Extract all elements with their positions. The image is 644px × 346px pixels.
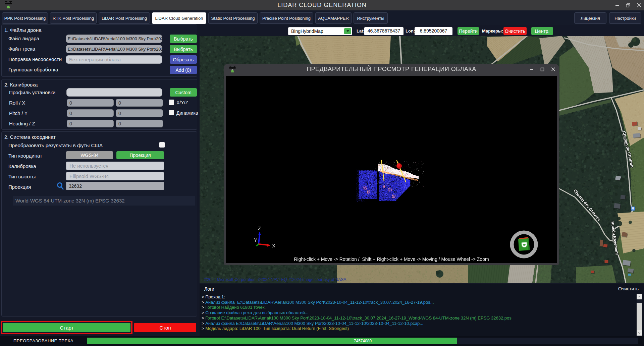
xyz-label: X/Y/Z <box>176 100 188 105</box>
log-line: > Готово! Найдено 61801 точек. <box>202 305 631 310</box>
track-file-input[interactable]: E:\Datasets\LiDAR\Aerial\100 M300 Sky Po… <box>66 45 162 53</box>
roll-input-1[interactable]: 0 <box>67 99 114 107</box>
misalignment-label: Поправка несоосности <box>8 56 62 62</box>
track-file-select-button[interactable]: Выбрать <box>170 45 197 53</box>
viewport-controls-hint: Right-click + Move -> Rotation / Shift +… <box>226 256 557 262</box>
batch-label: Групповая обработка <box>8 67 58 72</box>
center-map-button[interactable]: Центр. <box>531 27 553 35</box>
height-type-input[interactable]: Ellipsoid WGS-84 <box>66 172 164 180</box>
preview-modal-titlebar[interactable]: ПРЕДВАРИТЕЛЬНЫЙ ПРОСМОТР ГЕНЕРАЦИИ ОБЛАК… <box>224 64 559 74</box>
clear-markers-button[interactable]: Очистить <box>503 27 527 35</box>
heading-input-2[interactable]: 0 <box>116 120 163 127</box>
log-line: > Модель лидара: LiDAR 100 Тип возврата:… <box>202 326 631 331</box>
batch-add-button[interactable]: Add (0) <box>170 66 197 74</box>
lon-label: Lon: <box>406 27 415 35</box>
status-label: ПРЕОБРАЗОВАНИЕ ТРЕКА <box>13 336 73 346</box>
dynamics-checkbox[interactable] <box>169 110 174 115</box>
stop-button[interactable]: Стоп <box>134 323 196 332</box>
lat-input[interactable]: 46.3678678437 <box>364 27 404 35</box>
heading-label: Heading / Z <box>9 121 35 126</box>
lidar-file-label: Файл лидара <box>8 36 39 41</box>
log-line: > Проход 1: <box>202 294 631 300</box>
pitch-label: Pitch / Y <box>9 110 28 116</box>
epsg-list-item[interactable]: World-WGS 84-UTM-zone 32N (m) EPSG 32632 <box>13 196 195 206</box>
custom-profile-button[interactable]: Custom <box>170 88 197 97</box>
section-drone-files: 1. Файлы дрона Файл лидара E:\Datasets\L… <box>1 24 197 77</box>
tab-ppk-post-processing[interactable]: PPK Post Processing <box>2 12 48 24</box>
tab-rtk-post-processing[interactable]: RTK Post Processing <box>50 12 97 24</box>
misalignment-input[interactable]: Без генерации облака <box>66 55 162 64</box>
logs-clear-button[interactable]: Очистить <box>618 286 642 291</box>
status-bar: ПРЕОБРАЗОВАНИЕ ТРЕКА 74574080 <box>0 336 644 346</box>
preview-modal: ПРЕДВАРИТЕЛЬНЫЙ ПРОСМОТР ГЕНЕРАЦИИ ОБЛАК… <box>224 64 559 265</box>
roll-input-2[interactable]: 0 <box>116 99 163 107</box>
scrollbar-thumb[interactable] <box>637 303 642 330</box>
pitch-input-1[interactable]: 0 <box>67 109 114 117</box>
tab-lidar-post-processing[interactable]: LiDAR Post Processing <box>99 12 150 24</box>
roll-label: Roll / X <box>9 100 25 106</box>
close-icon <box>551 67 555 71</box>
preview-modal-title: ПРЕДВАРИТЕЛЬНЫЙ ПРОСМОТР ГЕНЕРАЦИИ ОБЛАК… <box>224 64 559 74</box>
projection-epsg-input[interactable]: 32632 <box>66 182 164 190</box>
license-button[interactable]: Лицензия <box>574 12 606 24</box>
start-button[interactable]: Старт <box>3 323 130 332</box>
start-button-highlight: Старт <box>1 321 132 334</box>
settings-button[interactable]: Настройки <box>609 12 641 24</box>
window-close-button[interactable] <box>634 0 644 10</box>
tab-bar: PPK Post Processing RTK Post Processing … <box>0 10 644 25</box>
feet-conversion-label: Преобразовать результаты в футы США <box>8 142 103 148</box>
preview-3d-viewport[interactable]: Right-click + Move -> Rotation / Shift +… <box>226 76 557 263</box>
logs-scrollbar[interactable] <box>637 294 642 336</box>
markers-label: Маркеры: <box>482 27 503 35</box>
chevron-down-icon <box>346 30 349 32</box>
log-line: > Анализ файла E:\Datasets\LiDAR\Aerial\… <box>202 321 631 326</box>
section-drone-files-title: 1. Файлы дрона <box>4 27 42 33</box>
progress-value: 74574080 <box>87 338 638 344</box>
chevron-down-icon <box>638 332 641 334</box>
point-cloud-render <box>226 76 557 263</box>
log-line: > Анализ файла E:\Datasets\LiDAR\Aerial\… <box>202 300 631 305</box>
logs-title: Логи <box>204 286 214 292</box>
track-file-label: Файл трека <box>8 46 35 52</box>
restore-icon <box>626 3 630 7</box>
profile-input[interactable] <box>66 88 162 97</box>
coord-calibration-input[interactable]: Не используется <box>66 162 164 170</box>
progress-bar: 74574080 <box>87 338 638 344</box>
tab-instruments[interactable]: Инструменты <box>354 12 388 24</box>
lat-label: Lat: <box>357 27 365 35</box>
lidar-file-select-button[interactable]: Выбрать <box>170 35 197 43</box>
tab-precise-point-positioning[interactable]: Precise Point Positioning <box>260 12 313 24</box>
feet-conversion-checkbox[interactable] <box>159 142 165 148</box>
scrollbar-up-button[interactable] <box>637 294 642 299</box>
section-calibration: 2. Калибровка Профиль установки Custom R… <box>1 79 197 130</box>
minimize-icon <box>615 3 619 7</box>
pitch-input-2[interactable]: 0 <box>116 109 163 117</box>
xyz-checkbox[interactable] <box>169 100 174 105</box>
modal-close-button[interactable] <box>549 64 557 74</box>
chevron-up-icon <box>638 295 641 298</box>
window-minimize-button[interactable] <box>612 0 622 10</box>
window-restore-button[interactable] <box>623 0 633 10</box>
search-icon[interactable] <box>56 182 64 190</box>
map-provider-select[interactable]: BingHybridMap <box>288 27 352 35</box>
lidar-file-input[interactable]: E:\Datasets\LiDAR\Aerial\100 M300 Sky Po… <box>66 35 162 43</box>
section-calibration-title: 2. Калибровка <box>4 82 38 88</box>
tab-static-post-processing[interactable]: Static Post Processing <box>208 12 258 24</box>
modal-maximize-button[interactable] <box>538 64 547 74</box>
projection-label: Проекция <box>8 184 31 190</box>
height-type-label: Тип высоты <box>8 174 36 179</box>
wgs84-toggle-button[interactable]: WGS-84 <box>66 151 113 159</box>
tab-aquamapper[interactable]: AQUAMAPPER <box>315 12 352 24</box>
goto-button[interactable]: Перейти <box>458 27 479 35</box>
lon-input[interactable]: 6.895200067 <box>415 27 452 35</box>
modal-minimize-button[interactable] <box>527 64 536 74</box>
close-icon <box>637 3 641 7</box>
map-provider-dropdown-button[interactable] <box>344 28 351 34</box>
tab-lidar-cloud-generation[interactable]: LiDAR Cloud Generation <box>152 12 206 24</box>
crop-button[interactable]: Обрезать <box>170 55 197 64</box>
scrollbar-down-button[interactable] <box>637 330 642 336</box>
section-coordinate-system: 2. Система координат Преобразовать резул… <box>1 131 197 316</box>
profile-label: Профиль установки <box>9 90 55 95</box>
projection-toggle-button[interactable]: Проекция <box>116 151 164 159</box>
heading-input-1[interactable]: 0 <box>67 120 114 127</box>
